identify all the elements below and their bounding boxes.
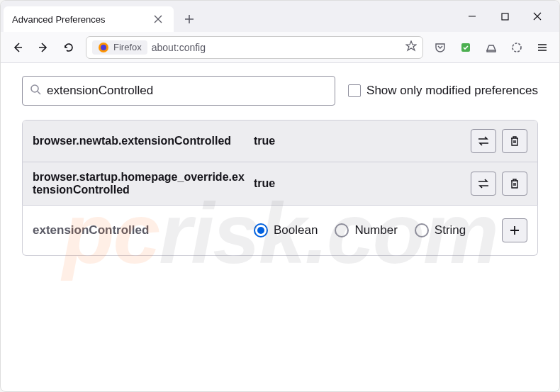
radio-boolean[interactable]: Boolean <box>254 223 318 237</box>
radio-input[interactable] <box>415 223 429 237</box>
profile-icon[interactable] <box>505 36 528 59</box>
radio-label: Number <box>354 223 397 237</box>
reload-button[interactable] <box>57 36 80 59</box>
titlebar: Advanced Preferences <box>1 1 559 32</box>
pref-value: true <box>254 177 462 190</box>
pref-actions <box>471 129 527 153</box>
only-modified-checkbox[interactable] <box>348 84 361 97</box>
delete-button[interactable] <box>502 172 527 196</box>
forward-button[interactable] <box>32 36 55 59</box>
radio-string[interactable]: String <box>415 223 466 237</box>
maximize-button[interactable] <box>488 1 521 32</box>
tab-advanced-preferences[interactable]: Advanced Preferences <box>4 6 174 32</box>
window-controls <box>456 1 554 32</box>
back-button[interactable] <box>6 36 29 59</box>
pref-name: browser.newtab.extensionControlled <box>33 135 245 147</box>
delete-button[interactable] <box>502 129 527 153</box>
about-config-content: Show only modified preferences browser.n… <box>1 63 559 269</box>
search-box[interactable] <box>22 76 335 106</box>
svg-rect-0 <box>502 13 508 20</box>
menu-button[interactable] <box>531 36 554 59</box>
type-radio-group: Boolean Number String <box>254 223 493 237</box>
pref-row[interactable]: browser.newtab.extensionControlled true <box>23 121 537 162</box>
only-modified-label: Show only modified preferences <box>366 84 538 98</box>
search-row: Show only modified preferences <box>22 76 538 106</box>
url-bar[interactable]: Firefox about:config <box>86 36 423 59</box>
toggle-button[interactable] <box>471 129 496 153</box>
toggle-button[interactable] <box>471 172 496 196</box>
pref-row[interactable]: browser.startup.homepage_override.extens… <box>23 162 537 205</box>
pref-actions <box>471 172 527 196</box>
preference-list: browser.newtab.extensionControlled true … <box>22 120 538 206</box>
radio-input[interactable] <box>254 223 268 237</box>
extension-shield-icon[interactable] <box>454 36 477 59</box>
svg-point-4 <box>513 43 521 52</box>
minimize-button[interactable] <box>456 1 488 32</box>
close-window-button[interactable] <box>521 1 554 32</box>
pref-name: browser.startup.homepage_override.extens… <box>33 171 245 196</box>
close-tab-icon[interactable] <box>151 12 165 26</box>
new-pref-row: extensionControlled Boolean Number Strin… <box>22 206 538 256</box>
tab-title: Advanced Preferences <box>12 14 151 25</box>
firefox-icon <box>98 42 109 53</box>
radio-number[interactable]: Number <box>335 223 397 237</box>
radio-label: Boolean <box>274 223 318 237</box>
url-text: about:config <box>152 42 401 53</box>
only-modified-checkbox-wrap[interactable]: Show only modified preferences <box>348 84 538 98</box>
search-input[interactable] <box>47 84 327 98</box>
svg-point-2 <box>101 45 106 50</box>
bookmark-star-icon[interactable] <box>405 40 417 55</box>
pref-value: true <box>254 135 462 147</box>
pocket-icon[interactable] <box>429 36 452 59</box>
identity-box[interactable]: Firefox <box>92 40 147 55</box>
search-icon <box>30 84 41 98</box>
nav-toolbar: Firefox about:config <box>1 32 559 63</box>
radio-input[interactable] <box>335 223 349 237</box>
browser-window: Advanced Preferences <box>0 0 560 392</box>
new-tab-button[interactable] <box>178 8 201 30</box>
identity-label: Firefox <box>113 42 142 52</box>
radio-label: String <box>435 223 466 237</box>
svg-point-5 <box>31 85 38 92</box>
new-pref-name: extensionControlled <box>33 223 245 237</box>
inbox-icon[interactable] <box>480 36 503 59</box>
add-button[interactable] <box>502 218 527 242</box>
